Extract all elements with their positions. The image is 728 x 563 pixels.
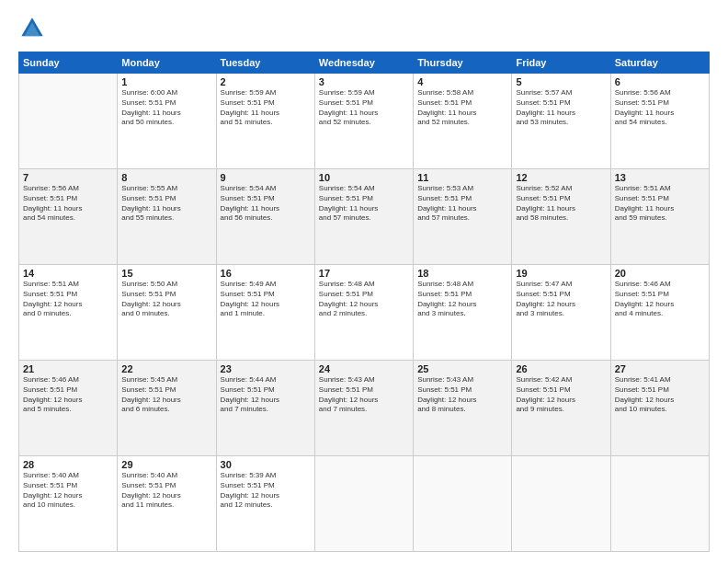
day-number: 7 — [23, 172, 113, 183]
calendar-day-cell: 7Sunrise: 5:56 AM Sunset: 5:51 PM Daylig… — [19, 169, 118, 265]
day-number: 4 — [417, 76, 507, 87]
day-info: Sunrise: 6:00 AM Sunset: 5:51 PM Dayligh… — [121, 88, 211, 128]
calendar-day-cell: 4Sunrise: 5:58 AM Sunset: 5:51 PM Daylig… — [414, 74, 512, 169]
calendar-week-row: 21Sunrise: 5:46 AM Sunset: 5:51 PM Dayli… — [19, 361, 710, 456]
calendar-day-cell: 17Sunrise: 5:48 AM Sunset: 5:51 PM Dayli… — [314, 265, 413, 361]
calendar-day-cell: 26Sunrise: 5:42 AM Sunset: 5:51 PM Dayli… — [512, 361, 610, 456]
calendar-day-cell: 14Sunrise: 5:51 AM Sunset: 5:51 PM Dayli… — [19, 265, 118, 361]
calendar-day-cell — [19, 74, 118, 169]
day-info: Sunrise: 5:58 AM Sunset: 5:51 PM Dayligh… — [417, 88, 507, 128]
calendar-day-cell: 10Sunrise: 5:54 AM Sunset: 5:51 PM Dayli… — [314, 169, 413, 265]
day-info: Sunrise: 5:56 AM Sunset: 5:51 PM Dayligh… — [615, 88, 705, 128]
weekday-header: Sunday — [19, 52, 118, 74]
day-number: 26 — [516, 363, 606, 374]
day-number: 11 — [417, 172, 507, 183]
calendar-table: SundayMondayTuesdayWednesdayThursdayFrid… — [18, 52, 710, 552]
day-number: 17 — [319, 268, 409, 279]
calendar-day-cell: 19Sunrise: 5:47 AM Sunset: 5:51 PM Dayli… — [512, 265, 610, 361]
day-info: Sunrise: 5:41 AM Sunset: 5:51 PM Dayligh… — [615, 375, 705, 415]
weekday-header: Monday — [118, 52, 216, 74]
day-info: Sunrise: 5:51 AM Sunset: 5:51 PM Dayligh… — [23, 280, 113, 319]
day-number: 25 — [417, 363, 507, 374]
day-info: Sunrise: 5:43 AM Sunset: 5:51 PM Dayligh… — [417, 375, 507, 415]
day-number: 21 — [23, 363, 113, 374]
calendar-week-row: 7Sunrise: 5:56 AM Sunset: 5:51 PM Daylig… — [19, 169, 710, 265]
weekday-header: Saturday — [610, 52, 709, 74]
day-info: Sunrise: 5:57 AM Sunset: 5:51 PM Dayligh… — [516, 88, 606, 128]
day-number: 9 — [221, 172, 311, 183]
calendar-day-cell: 16Sunrise: 5:49 AM Sunset: 5:51 PM Dayli… — [216, 265, 314, 361]
day-number: 13 — [615, 172, 705, 183]
calendar-day-cell — [512, 456, 610, 552]
weekday-header: Thursday — [414, 52, 512, 74]
day-number: 24 — [319, 363, 409, 374]
calendar-day-cell — [314, 456, 413, 552]
calendar-day-cell: 1Sunrise: 6:00 AM Sunset: 5:51 PM Daylig… — [118, 74, 216, 169]
page: SundayMondayTuesdayWednesdayThursdayFrid… — [0, 0, 728, 563]
calendar-day-cell: 9Sunrise: 5:54 AM Sunset: 5:51 PM Daylig… — [216, 169, 314, 265]
calendar-day-cell: 28Sunrise: 5:40 AM Sunset: 5:51 PM Dayli… — [19, 456, 118, 552]
weekday-header: Friday — [512, 52, 610, 74]
day-info: Sunrise: 5:39 AM Sunset: 5:51 PM Dayligh… — [221, 471, 311, 511]
calendar-day-cell: 6Sunrise: 5:56 AM Sunset: 5:51 PM Daylig… — [610, 74, 709, 169]
calendar-day-cell: 8Sunrise: 5:55 AM Sunset: 5:51 PM Daylig… — [118, 169, 216, 265]
day-number: 12 — [516, 172, 606, 183]
calendar-day-cell: 15Sunrise: 5:50 AM Sunset: 5:51 PM Dayli… — [118, 265, 216, 361]
calendar-day-cell: 25Sunrise: 5:43 AM Sunset: 5:51 PM Dayli… — [414, 361, 512, 456]
logo — [18, 15, 50, 42]
calendar-day-cell — [610, 456, 709, 552]
calendar-day-cell: 20Sunrise: 5:46 AM Sunset: 5:51 PM Dayli… — [610, 265, 709, 361]
day-info: Sunrise: 5:45 AM Sunset: 5:51 PM Dayligh… — [121, 375, 211, 415]
weekday-header: Wednesday — [314, 52, 413, 74]
day-number: 29 — [121, 459, 211, 470]
day-info: Sunrise: 5:40 AM Sunset: 5:51 PM Dayligh… — [23, 471, 113, 511]
day-number: 22 — [121, 363, 211, 374]
day-info: Sunrise: 5:43 AM Sunset: 5:51 PM Dayligh… — [319, 375, 409, 415]
calendar-header-row: SundayMondayTuesdayWednesdayThursdayFrid… — [19, 52, 710, 74]
day-number: 23 — [221, 363, 311, 374]
day-info: Sunrise: 5:42 AM Sunset: 5:51 PM Dayligh… — [516, 375, 606, 415]
calendar-week-row: 14Sunrise: 5:51 AM Sunset: 5:51 PM Dayli… — [19, 265, 710, 361]
day-number: 3 — [319, 76, 409, 87]
calendar-day-cell: 24Sunrise: 5:43 AM Sunset: 5:51 PM Dayli… — [314, 361, 413, 456]
logo-icon — [18, 15, 46, 42]
weekday-header: Tuesday — [216, 52, 314, 74]
day-number: 5 — [516, 76, 606, 87]
day-info: Sunrise: 5:56 AM Sunset: 5:51 PM Dayligh… — [23, 184, 113, 224]
day-number: 30 — [221, 459, 311, 470]
day-number: 16 — [221, 268, 311, 279]
day-number: 6 — [615, 76, 705, 87]
calendar-week-row: 1Sunrise: 6:00 AM Sunset: 5:51 PM Daylig… — [19, 74, 710, 169]
calendar-day-cell: 11Sunrise: 5:53 AM Sunset: 5:51 PM Dayli… — [414, 169, 512, 265]
day-number: 1 — [121, 76, 211, 87]
day-info: Sunrise: 5:51 AM Sunset: 5:51 PM Dayligh… — [615, 184, 705, 224]
day-info: Sunrise: 5:54 AM Sunset: 5:51 PM Dayligh… — [319, 184, 409, 224]
day-number: 14 — [23, 268, 113, 279]
day-info: Sunrise: 5:50 AM Sunset: 5:51 PM Dayligh… — [121, 280, 211, 319]
calendar-day-cell: 13Sunrise: 5:51 AM Sunset: 5:51 PM Dayli… — [610, 169, 709, 265]
calendar-day-cell: 21Sunrise: 5:46 AM Sunset: 5:51 PM Dayli… — [19, 361, 118, 456]
calendar-week-row: 28Sunrise: 5:40 AM Sunset: 5:51 PM Dayli… — [19, 456, 710, 552]
day-number: 27 — [615, 363, 705, 374]
day-info: Sunrise: 5:52 AM Sunset: 5:51 PM Dayligh… — [516, 184, 606, 224]
day-info: Sunrise: 5:48 AM Sunset: 5:51 PM Dayligh… — [417, 280, 507, 319]
calendar-day-cell: 27Sunrise: 5:41 AM Sunset: 5:51 PM Dayli… — [610, 361, 709, 456]
day-info: Sunrise: 5:46 AM Sunset: 5:51 PM Dayligh… — [23, 375, 113, 415]
day-number: 18 — [417, 268, 507, 279]
day-info: Sunrise: 5:54 AM Sunset: 5:51 PM Dayligh… — [221, 184, 311, 224]
day-number: 28 — [23, 459, 113, 470]
day-info: Sunrise: 5:59 AM Sunset: 5:51 PM Dayligh… — [319, 88, 409, 128]
day-number: 15 — [121, 268, 211, 279]
header — [18, 15, 710, 42]
day-info: Sunrise: 5:48 AM Sunset: 5:51 PM Dayligh… — [319, 280, 409, 319]
calendar-day-cell: 22Sunrise: 5:45 AM Sunset: 5:51 PM Dayli… — [118, 361, 216, 456]
calendar-day-cell: 29Sunrise: 5:40 AM Sunset: 5:51 PM Dayli… — [118, 456, 216, 552]
day-info: Sunrise: 5:40 AM Sunset: 5:51 PM Dayligh… — [121, 471, 211, 511]
day-info: Sunrise: 5:59 AM Sunset: 5:51 PM Dayligh… — [221, 88, 311, 128]
calendar-day-cell: 2Sunrise: 5:59 AM Sunset: 5:51 PM Daylig… — [216, 74, 314, 169]
calendar-day-cell: 18Sunrise: 5:48 AM Sunset: 5:51 PM Dayli… — [414, 265, 512, 361]
calendar-day-cell: 3Sunrise: 5:59 AM Sunset: 5:51 PM Daylig… — [314, 74, 413, 169]
calendar-day-cell: 23Sunrise: 5:44 AM Sunset: 5:51 PM Dayli… — [216, 361, 314, 456]
day-info: Sunrise: 5:47 AM Sunset: 5:51 PM Dayligh… — [516, 280, 606, 319]
day-number: 8 — [121, 172, 211, 183]
